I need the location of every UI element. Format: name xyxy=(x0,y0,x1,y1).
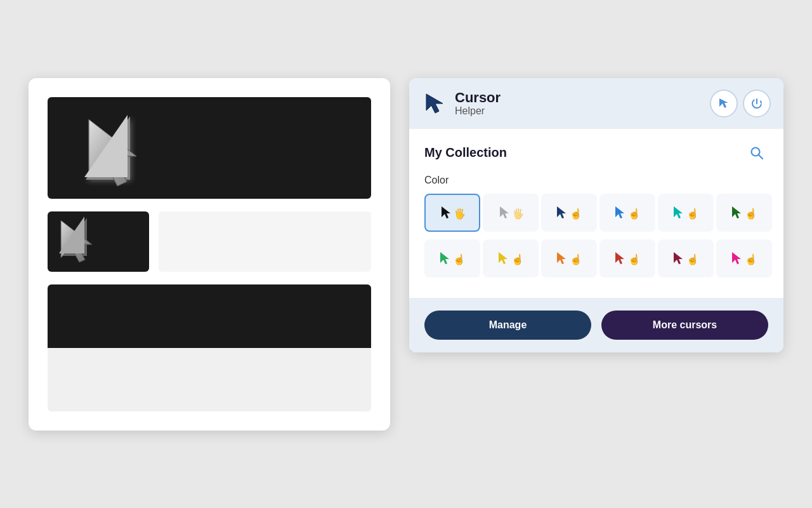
app-body: My Collection Color 🖐 xyxy=(409,129,783,298)
svg-text:🖐: 🖐 xyxy=(512,208,523,220)
left-panel xyxy=(29,78,390,431)
collection-title: My Collection xyxy=(424,145,507,160)
svg-text:☝: ☝ xyxy=(745,253,757,265)
cursor-toggle-icon xyxy=(717,97,730,110)
cursor-cell-teal[interactable]: ☝ xyxy=(658,194,714,232)
cursor-cell-navy[interactable]: ☝ xyxy=(541,194,597,232)
svg-marker-31 xyxy=(732,252,741,264)
cursor-cell-darkgreen[interactable]: ☝ xyxy=(716,194,772,232)
svg-marker-3 xyxy=(426,94,443,113)
more-cursors-button[interactable]: More cursors xyxy=(601,311,768,340)
cursor-thumb-dark xyxy=(48,211,149,272)
cursor-pair-teal: ☝ xyxy=(672,206,699,220)
svg-marker-4 xyxy=(719,98,728,108)
cursor-pair-orange: ☝ xyxy=(556,251,582,265)
power-button[interactable] xyxy=(743,90,771,117)
cursor-pair-green: ☝ xyxy=(439,251,466,265)
svg-marker-27 xyxy=(615,252,624,264)
cursor-pair-gray: 🖐 xyxy=(499,206,523,220)
cursor-pair-yellow: ☝ xyxy=(497,251,524,265)
logo-cursor-text: Cursor xyxy=(455,90,501,105)
svg-marker-21 xyxy=(440,252,449,264)
cursor-cell-green[interactable]: ☝ xyxy=(424,239,480,277)
collection-header: My Collection xyxy=(424,142,768,164)
cursor-pair-pink: ☝ xyxy=(731,251,757,265)
svg-marker-13 xyxy=(557,206,566,218)
search-button[interactable] xyxy=(745,142,768,164)
cursor-pair-blue: ☝ xyxy=(614,206,641,220)
logo-cursor-svg xyxy=(422,91,447,116)
svg-marker-2 xyxy=(61,220,92,262)
search-icon xyxy=(750,146,764,160)
main-container: Cursor Helper xyxy=(29,78,783,431)
cursor-cell-black[interactable]: 🖐 xyxy=(424,194,480,232)
logo-helper-text: Helper xyxy=(455,105,501,117)
header-buttons xyxy=(710,90,771,117)
svg-line-8 xyxy=(759,155,763,159)
cursor-toggle-button[interactable] xyxy=(710,90,738,117)
cursor-cell-crimson[interactable]: ☝ xyxy=(658,239,714,277)
logo-icon xyxy=(422,91,447,116)
cursor-thumb-svg xyxy=(57,217,102,271)
app-footer: Manage More cursors xyxy=(409,298,783,352)
svg-text:☝: ☝ xyxy=(745,208,757,220)
bottom-white-bar xyxy=(48,348,371,411)
cursor-pair-black: 🖐 xyxy=(440,206,464,220)
svg-text:☝: ☝ xyxy=(511,253,524,265)
cursor-cell-blue[interactable]: ☝ xyxy=(599,194,655,232)
svg-marker-29 xyxy=(674,252,683,264)
bottom-section xyxy=(48,284,371,411)
cursor-preview-large xyxy=(82,113,152,196)
cursor-pair-navy: ☝ xyxy=(556,206,582,220)
svg-marker-15 xyxy=(615,206,624,218)
svg-text:☝: ☝ xyxy=(686,208,699,220)
logo-text: Cursor Helper xyxy=(455,90,501,117)
color-label: Color xyxy=(424,175,768,186)
svg-marker-11 xyxy=(500,206,509,218)
svg-text:☝: ☝ xyxy=(628,208,641,220)
cursor-preview-bottom xyxy=(48,211,371,272)
app-logo: Cursor Helper xyxy=(422,90,501,117)
svg-marker-9 xyxy=(442,206,450,218)
app-header: Cursor Helper xyxy=(409,78,783,129)
cursor-grid-row1: 🖐 🖐 ☝ xyxy=(424,194,768,232)
power-icon xyxy=(750,97,763,110)
svg-text:☝: ☝ xyxy=(686,253,699,265)
cursor-preview-text xyxy=(159,211,371,272)
cursor-pair-red: ☝ xyxy=(614,251,641,265)
svg-marker-1 xyxy=(89,119,136,186)
svg-marker-17 xyxy=(674,206,683,218)
cursor-preview-top xyxy=(48,97,371,199)
cursor-cell-gray[interactable]: 🖐 xyxy=(483,194,539,232)
cursor-cell-red[interactable]: ☝ xyxy=(599,239,655,277)
cursor-grid-row2: ☝ ☝ ☝ xyxy=(424,239,768,277)
svg-text:☝: ☝ xyxy=(453,253,466,265)
manage-button[interactable]: Manage xyxy=(424,311,591,340)
bottom-dark-bar xyxy=(48,284,371,348)
svg-text:☝: ☝ xyxy=(570,253,582,265)
svg-text:🖐: 🖐 xyxy=(454,208,464,220)
cursor-cell-pink[interactable]: ☝ xyxy=(716,239,772,277)
right-panel: Cursor Helper xyxy=(409,78,783,352)
cursor-pair-darkgreen: ☝ xyxy=(731,206,757,220)
svg-text:☝: ☝ xyxy=(570,208,582,220)
svg-marker-23 xyxy=(499,252,508,264)
svg-marker-19 xyxy=(732,206,741,218)
cursor-pair-crimson: ☝ xyxy=(672,251,699,265)
cursor-cell-orange[interactable]: ☝ xyxy=(541,239,597,277)
svg-text:☝: ☝ xyxy=(628,253,641,265)
svg-marker-25 xyxy=(557,252,566,264)
cursor-cell-yellow[interactable]: ☝ xyxy=(483,239,539,277)
